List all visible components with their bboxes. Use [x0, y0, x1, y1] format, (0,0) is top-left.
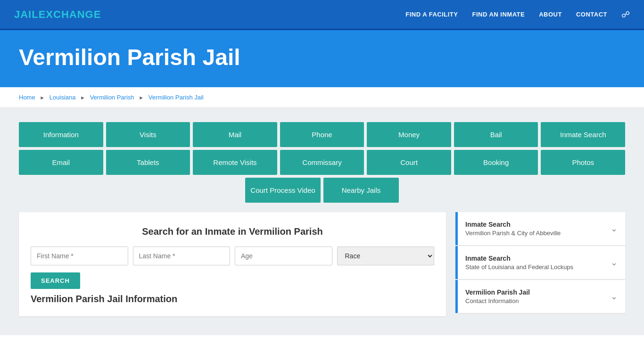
breadcrumb-sep-2: ► [80, 95, 85, 100]
breadcrumb-sep-3: ► [139, 95, 144, 100]
right-panel: Inmate Search Vermilion Parish & City of… [455, 212, 625, 316]
btn-inmate-search[interactable]: Inmate Search [541, 122, 625, 147]
right-item-2-subtitle: State of Louisiana and Federal Lockups [465, 263, 573, 271]
right-item-1-subtitle: Vermilion Parish & City of Abbeville [465, 230, 561, 237]
btn-court-process-video[interactable]: Court Process Video [245, 178, 321, 203]
btn-mail[interactable]: Mail [193, 122, 277, 147]
chevron-down-icon-2: ⌄ [611, 257, 618, 268]
logo-jail: JAIL [14, 8, 39, 20]
left-bottom: Vermilion Parish Jail Information [31, 294, 434, 304]
nav-contact[interactable]: CONTACT [576, 11, 607, 18]
btn-money[interactable]: Money [367, 122, 451, 147]
left-panel: Search for an Inmate in Vermilion Parish… [19, 212, 446, 316]
hero-section: Vermilion Parish Jail [0, 30, 644, 87]
breadcrumb-sep-1: ► [40, 95, 45, 100]
search-form: Race White Black Hispanic Asian Other [31, 247, 434, 265]
btn-email[interactable]: Email [19, 150, 103, 175]
right-item-3-title: Vermilion Parish Jail [465, 288, 530, 296]
btn-booking[interactable]: Booking [454, 150, 538, 175]
right-item-1-title: Inmate Search [465, 221, 561, 228]
chevron-down-icon-1: ⌄ [611, 223, 618, 234]
breadcrumb-home[interactable]: Home [19, 94, 35, 101]
breadcrumb-vermilion-parish[interactable]: Vermilion Parish [90, 94, 134, 101]
breadcrumb-current: Vermilion Parish Jail [149, 94, 204, 101]
search-section-title: Search for an Inmate in Vermilion Parish [31, 226, 434, 237]
search-icon[interactable]: ☍ [621, 9, 630, 20]
right-contact-info[interactable]: Vermilion Parish Jail Contact Informatio… [455, 280, 625, 313]
first-name-input[interactable] [31, 247, 128, 265]
page-title: Vermilion Parish Jail [19, 44, 625, 70]
right-inmate-search-state[interactable]: Inmate Search State of Louisiana and Fed… [455, 246, 625, 279]
site-logo[interactable]: JAILEXCHANGE [14, 8, 101, 21]
right-item-2-title: Inmate Search [465, 255, 573, 262]
grid-row-2: Email Tablets Remote Visits Commissary C… [19, 150, 625, 175]
grid-row-1: Information Visits Mail Phone Money Bail… [19, 122, 625, 147]
breadcrumb-louisiana[interactable]: Louisiana [50, 94, 76, 101]
btn-nearby-jails[interactable]: Nearby Jails [323, 178, 399, 203]
logo-exchange: EXCHANGE [39, 8, 101, 20]
race-select[interactable]: Race White Black Hispanic Asian Other [337, 247, 435, 265]
btn-phone[interactable]: Phone [280, 122, 364, 147]
right-item-3-subtitle: Contact Information [465, 297, 530, 304]
age-input[interactable] [235, 247, 332, 265]
chevron-down-icon-3: ⌄ [611, 291, 618, 302]
btn-commissary[interactable]: Commissary [280, 150, 364, 175]
info-section-title: Vermilion Parish Jail Information [31, 294, 434, 304]
btn-bail[interactable]: Bail [454, 122, 538, 147]
navbar: JAILEXCHANGE FIND A FACILITY FIND AN INM… [0, 0, 644, 30]
btn-visits[interactable]: Visits [106, 122, 190, 147]
right-inmate-search-local[interactable]: Inmate Search Vermilion Parish & City of… [455, 212, 625, 245]
nav-links: FIND A FACILITY FIND AN INMATE ABOUT CON… [405, 9, 630, 20]
content-area: Search for an Inmate in Vermilion Parish… [19, 212, 625, 316]
btn-remote-visits[interactable]: Remote Visits [193, 150, 277, 175]
btn-court[interactable]: Court [367, 150, 451, 175]
btn-information[interactable]: Information [19, 122, 103, 147]
breadcrumb: Home ► Louisiana ► Vermilion Parish ► Ve… [0, 87, 644, 108]
nav-find-facility[interactable]: FIND A FACILITY [405, 11, 458, 18]
main-wrapper: Information Visits Mail Phone Money Bail… [0, 108, 644, 335]
nav-about[interactable]: ABOUT [539, 11, 562, 18]
grid-row-3: Court Process Video Nearby Jails [19, 178, 625, 203]
btn-photos[interactable]: Photos [541, 150, 625, 175]
last-name-input[interactable] [133, 247, 231, 265]
nav-find-inmate[interactable]: FIND AN INMATE [472, 11, 525, 18]
btn-tablets[interactable]: Tablets [106, 150, 190, 175]
search-button[interactable]: SEARCH [31, 272, 80, 289]
